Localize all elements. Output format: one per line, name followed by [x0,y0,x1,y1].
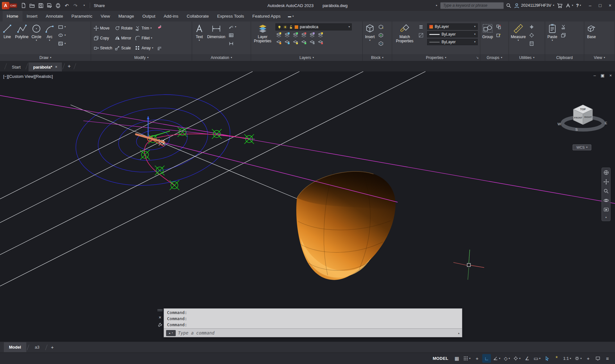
ribbon-tab-manage[interactable]: Manage [114,11,138,21]
panel-block-title[interactable]: Block▾ [363,54,392,61]
linetype-combo[interactable]: ByLayer ▾ [427,39,478,45]
move-button[interactable]: Move [93,25,113,31]
fillet-button[interactable]: Fillet▾ [134,35,154,41]
point-marker[interactable] [212,129,222,139]
lineweight-combo[interactable]: ByLayer ▾ [427,31,478,37]
model-space-button[interactable]: MODEL [429,354,451,363]
panel-draw-title[interactable]: Draw▾ [0,54,91,61]
viewport-view-control[interactable]: [Custom View] [8,74,35,79]
layer-properties-button[interactable]: Layer Properties [252,22,273,45]
redo-button[interactable]: ↷ [72,1,79,10]
open-button[interactable] [28,1,36,10]
layer-tool-button[interactable] [284,32,290,37]
command-input[interactable] [178,330,455,335]
layer-select-combo[interactable]: parabolica ▾ [275,23,352,30]
object-color-combo[interactable]: ByLayer ▾ [427,23,478,30]
command-expand-icon[interactable]: ▴ [458,331,460,335]
save-as-button[interactable] [46,1,53,10]
group-button[interactable]: Group [481,22,494,40]
layer-tool-button[interactable] [276,39,282,45]
group-edit-button[interactable] [495,32,502,38]
match-properties-button[interactable]: Match Properties [393,22,416,45]
object-snap-button[interactable]: ▭▾ [532,354,542,363]
panel-view-title[interactable]: View▾ [584,54,615,61]
share-button[interactable]: Share [92,3,105,8]
offset-button[interactable] [156,46,163,52]
ribbon-tab-collaborate[interactable]: Collaborate [182,11,213,21]
viewport-visual-style-control[interactable]: [Realistic] [35,74,53,79]
panel-modify-title[interactable]: Modify▾ [91,54,192,61]
block-create-button[interactable] [377,32,384,38]
snap-mode-button[interactable]: ▾ [462,354,472,363]
tab-close-icon[interactable]: × [55,65,57,69]
point-style-button[interactable] [528,24,535,30]
block-edit-button[interactable] [377,24,384,30]
grid-toggle-button[interactable]: ▦ [452,354,461,363]
workspace-switching-button[interactable]: ▾ [573,354,583,363]
rectangle-button[interactable]: ▾ [57,24,67,30]
quick-measure-button[interactable]: + [584,354,593,363]
stretch-button[interactable]: Stretch [93,45,113,51]
dynamic-input-button[interactable]: + [473,354,481,363]
panel-properties-title[interactable]: Properties▾↘ [392,54,480,61]
layer-tool-button[interactable] [301,32,307,37]
rotate-button[interactable]: Rotate [114,25,133,31]
layout-tab-model[interactable]: Model [4,342,26,352]
table-button[interactable] [228,32,237,38]
panel-groups-title[interactable]: Groups▾ [480,54,509,61]
ungroup-button[interactable] [495,24,502,30]
scale-button[interactable]: Scale [114,45,133,51]
model-viewport[interactable]: W S E TOP FRONT RIGHT [−] [Custom View] … [0,71,615,342]
viewport-minimize-button[interactable]: – [594,73,596,78]
polyline-button[interactable]: Polyline [14,22,29,40]
layer-tool-button[interactable] [293,32,298,37]
autodesk-app-button[interactable]: ▾ [565,3,573,8]
measure-button[interactable]: Measure ▾ [510,22,527,43]
user-account-button[interactable]: 20241129FHF3V ▾ [514,3,554,8]
compass-east-label[interactable]: E [605,121,607,125]
zoom-icon[interactable] [603,188,609,194]
point-marker[interactable] [170,180,179,190]
clean-screen-button[interactable] [594,354,602,363]
compass-west-label[interactable]: W [558,122,561,126]
command-close-icon[interactable]: × [159,315,161,319]
trim-button[interactable]: Trim▾ [134,25,154,31]
wcs-control[interactable]: WCS ▾ [573,145,591,150]
file-tab-start[interactable]: Start [7,62,25,71]
layer-tool-button[interactable] [318,32,323,37]
panel-clipboard-title[interactable]: Clipboard [545,54,584,61]
point-marker[interactable] [244,134,254,144]
compass-south-label[interactable]: S [575,128,577,131]
osnap-angle-button[interactable]: ∠ [523,354,531,363]
cut-button[interactable] [560,24,567,30]
viewport-minimize-control[interactable]: [−] [3,74,8,79]
new-file-button[interactable] [20,1,27,10]
point-marker[interactable] [140,150,150,160]
mirror-button[interactable]: Mirror [114,35,133,41]
new-layout-button[interactable]: + [48,343,56,352]
ribbon-tab-express-tools[interactable]: Express Tools [213,11,248,21]
command-settings-wrench-icon[interactable] [158,323,162,327]
command-window[interactable]: × Command: Command: Command: ▸▾ ▴ [156,309,462,337]
store-cart-button[interactable] [557,3,562,8]
layer-tool-button[interactable] [276,32,282,37]
panel-layers-title[interactable]: Layers▾ [251,54,362,61]
quick-calc-button[interactable] [528,41,535,46]
layer-tool-button[interactable] [309,39,315,45]
ribbon-tab-parametric[interactable]: Parametric [67,11,97,21]
viewcube-top-label[interactable]: TOP [580,108,586,111]
insert-button[interactable]: Insert ▾ [364,22,376,43]
search-input[interactable] [440,2,504,9]
ribbon-tab-output[interactable]: Output [138,11,160,21]
qat-customize-button[interactable]: ▾ [80,1,88,10]
help-button[interactable]: ?▾ [576,3,581,8]
chevron-down-icon[interactable]: ▾ [605,216,607,219]
selection-cycling-button[interactable] [543,354,552,363]
base-button[interactable]: Base [585,22,598,40]
close-button[interactable]: × [605,0,615,11]
search-icon[interactable] [506,3,511,8]
scale-control[interactable]: 1:1▾ [562,354,572,363]
customization-button[interactable]: ≡ [603,354,612,363]
copy-button[interactable]: Copy [93,35,113,41]
transparency-button[interactable] [417,32,425,38]
